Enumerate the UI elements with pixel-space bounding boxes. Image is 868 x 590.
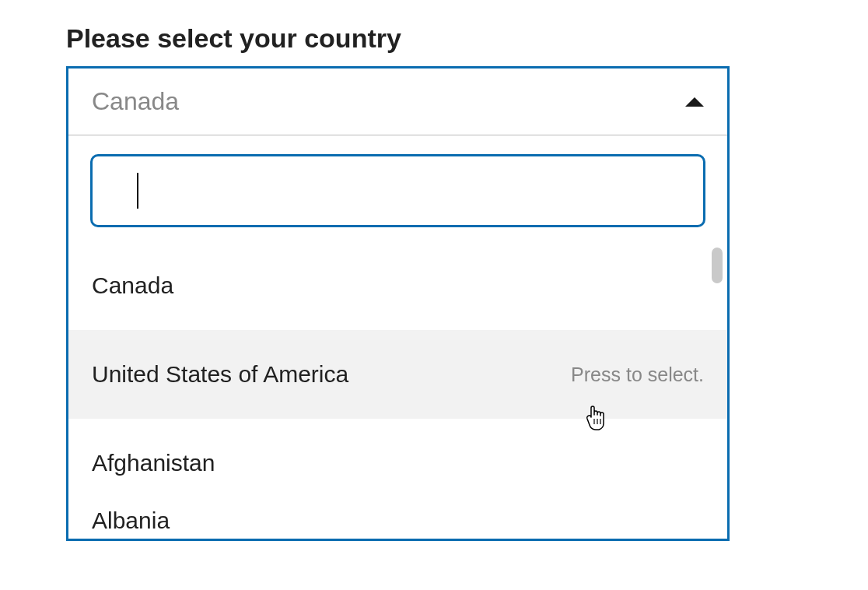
field-label: Please select your country [66,23,868,54]
country-search-input[interactable] [90,154,705,227]
option-hint: Press to select. [571,363,704,386]
chevron-up-icon [685,97,704,107]
country-option[interactable]: Afghanistan [68,419,727,507]
option-label: United States of America [92,361,348,388]
country-combobox: Canada Canada United States of America P… [66,66,730,541]
combobox-selected-value: Canada [92,87,179,116]
scrollbar-thumb[interactable] [712,248,723,283]
country-option[interactable]: Canada [68,241,727,330]
text-cursor [137,173,138,209]
option-label: Albania [92,507,170,534]
country-option[interactable]: Albania [68,507,727,539]
country-option[interactable]: United States of America Press to select… [68,330,727,419]
country-listbox: Canada United States of America Press to… [68,241,727,539]
search-wrapper [68,135,727,241]
option-label: Afghanistan [92,450,215,476]
option-label: Canada [92,272,173,299]
combobox-trigger[interactable]: Canada [68,68,727,135]
